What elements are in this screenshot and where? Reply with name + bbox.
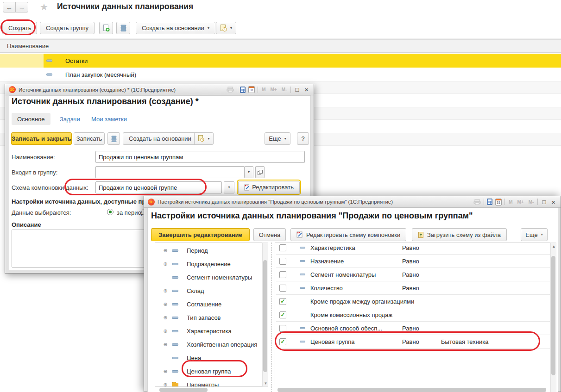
tree-item-price-group[interactable]: ⊕Ценовая группа — [155, 365, 262, 378]
nav-back-button[interactable]: ← — [3, 2, 16, 12]
checkbox-checked[interactable]: ✓ — [279, 298, 286, 305]
create-button[interactable]: Создать — [2, 22, 37, 34]
memory-m-plus-button[interactable]: M+ — [517, 199, 525, 205]
panel-splitter[interactable] — [271, 243, 272, 392]
schema-input[interactable] — [95, 181, 222, 193]
schema-dropdown-button[interactable]: ▾ — [224, 181, 234, 193]
printer-icon[interactable] — [473, 199, 481, 205]
expand-icon[interactable]: ⊕ — [161, 248, 170, 254]
table-row-selected[interactable]: Остатки — [0, 54, 561, 68]
maximize-button[interactable]: □ — [541, 199, 547, 205]
conditions-horizontal-scrollbar[interactable] — [277, 388, 546, 392]
memory-m-minus-button[interactable]: M- — [528, 199, 535, 205]
save-button[interactable]: Записать — [74, 132, 105, 145]
checkbox[interactable] — [279, 258, 286, 265]
create-based-on-button[interactable]: Создать на основании▾ — [123, 132, 202, 145]
close-button[interactable]: × — [550, 199, 557, 205]
expand-icon[interactable]: ⊕ — [161, 261, 170, 267]
calculator-icon[interactable] — [487, 199, 492, 205]
checkbox[interactable] — [279, 271, 286, 278]
close-button[interactable]: × — [303, 86, 310, 93]
calculator-icon[interactable] — [240, 87, 246, 93]
scroll-down-icon[interactable]: ▼ — [263, 381, 269, 386]
edit-composition-schema-button[interactable]: Редактировать схему компоновки — [290, 228, 406, 241]
checkbox-checked[interactable]: ✓ — [279, 311, 286, 318]
tree-item[interactable]: Сегмент номенклатуры — [155, 271, 262, 284]
favorite-star-icon[interactable]: ★ — [40, 1, 48, 12]
radio-period-label[interactable]: за период — [117, 209, 145, 216]
history-doc-button[interactable]: ▾ — [194, 132, 214, 145]
condition-row[interactable]: ХарактеристикаРавно — [276, 243, 550, 255]
condition-row[interactable]: Сегмент номенклатурыРавно — [276, 268, 550, 281]
more-button[interactable]: Еще▾ — [265, 132, 290, 145]
maximize-button[interactable]: □ — [294, 87, 300, 93]
condition-row[interactable]: ✓Кроме продаж между организациями — [276, 295, 550, 308]
printer-icon[interactable] — [227, 87, 234, 93]
list-settings-button[interactable] — [107, 132, 120, 145]
memory-m-minus-button[interactable]: M- — [281, 87, 288, 92]
tree-item[interactable]: ⊕Период — [155, 244, 262, 257]
checkbox[interactable] — [279, 244, 286, 251]
create-based-on-button[interactable]: Создать на основании▾ — [136, 22, 215, 34]
condition-row[interactable]: НазначениеРавно — [276, 255, 550, 268]
more-button[interactable]: Еще▾ — [521, 228, 548, 241]
scroll-up-icon[interactable]: ▲ — [551, 244, 557, 249]
group-input[interactable] — [95, 166, 245, 178]
memory-m-button[interactable]: M — [261, 87, 266, 92]
create-group-button[interactable]: Создать группу — [40, 22, 95, 34]
group-dropdown-button[interactable]: ▾ — [245, 166, 253, 178]
edit-schema-button[interactable]: Редактировать — [238, 181, 300, 193]
calendar-icon[interactable]: 31 — [248, 86, 255, 93]
tree-item[interactable]: ⊕Соглашение — [155, 298, 262, 311]
checkbox-checked[interactable]: ✓ — [279, 338, 286, 345]
tree-item[interactable]: ⊕Хозяйственная операция — [155, 338, 262, 351]
name-input[interactable] — [95, 151, 305, 163]
tree-item[interactable]: Цена — [155, 351, 262, 365]
expand-icon[interactable]: ⊕ — [161, 342, 170, 348]
checkbox[interactable] — [279, 285, 286, 292]
group-open-button[interactable] — [255, 166, 265, 178]
scrollbar-thumb[interactable] — [263, 260, 267, 372]
tree-horizontal-scrollbar[interactable] — [159, 388, 208, 392]
memory-m-button[interactable]: M — [508, 199, 513, 205]
save-close-button[interactable]: Записать и закрыть — [11, 132, 72, 145]
tree-item[interactable]: ⊕Склад — [155, 284, 262, 298]
finish-editing-button[interactable]: Завершить редактирование — [151, 228, 250, 241]
expand-icon[interactable]: ⊕ — [161, 328, 170, 334]
new-item-button[interactable] — [99, 22, 113, 34]
nav-forward-button[interactable]: → — [15, 2, 28, 12]
tab-main[interactable]: Основное — [12, 113, 50, 125]
expand-icon[interactable]: ⊕ — [161, 368, 170, 374]
table-row[interactable]: План закупок (месячный) — [0, 68, 561, 81]
tree-item[interactable]: ⊕Подразделение — [155, 257, 262, 271]
expand-icon[interactable]: ⊕ — [161, 382, 170, 387]
radio-period[interactable] — [107, 209, 113, 215]
calendar-icon[interactable]: 31 — [495, 199, 502, 205]
dialog-titlebar[interactable]: 1С Настройки источника данных планирован… — [144, 196, 561, 208]
load-schema-button[interactable]: Загрузить схему из файла — [412, 228, 507, 241]
history-doc-button[interactable]: ▾ — [216, 22, 236, 34]
expand-icon[interactable]: ⊕ — [161, 301, 170, 307]
tree-item[interactable]: ⊕Тип запасов — [155, 311, 262, 324]
dialog-titlebar[interactable]: 1С Источник данных планирования (создани… — [5, 84, 314, 95]
checkbox[interactable] — [279, 325, 286, 332]
conditions-vertical-scrollbar[interactable]: ▲ — [550, 243, 556, 392]
tree-item[interactable]: ⊕Характеристика — [155, 324, 262, 338]
page-title: Источники данных планирования — [57, 2, 193, 12]
tab-tasks[interactable]: Задачи — [60, 116, 80, 123]
condition-row[interactable]: ✓Кроме комиссионных продаж — [276, 308, 550, 322]
table-header[interactable]: Наименование — [0, 39, 561, 53]
list-settings-button[interactable] — [116, 22, 130, 34]
tree-vertical-scrollbar[interactable]: ▼ — [262, 243, 268, 387]
condition-row[interactable]: КоличествоРавно — [276, 281, 550, 295]
condition-row[interactable]: Основной способ обесп...Равно — [276, 322, 550, 335]
memory-m-plus-button[interactable]: M+ — [270, 87, 278, 92]
scrollbar-thumb[interactable] — [551, 256, 555, 375]
condition-row-price-group[interactable]: ✓Ценовая группаРавноБытовая техника — [276, 335, 550, 348]
help-button[interactable]: ? — [297, 132, 309, 145]
tab-notes[interactable]: Мои заметки — [91, 116, 127, 123]
tree-item-parameters[interactable]: ⊕Параметры — [155, 378, 262, 387]
expand-icon[interactable]: ⊕ — [161, 315, 170, 321]
cancel-button[interactable]: Отмена — [253, 228, 286, 241]
expand-icon[interactable]: ⊕ — [161, 288, 170, 294]
